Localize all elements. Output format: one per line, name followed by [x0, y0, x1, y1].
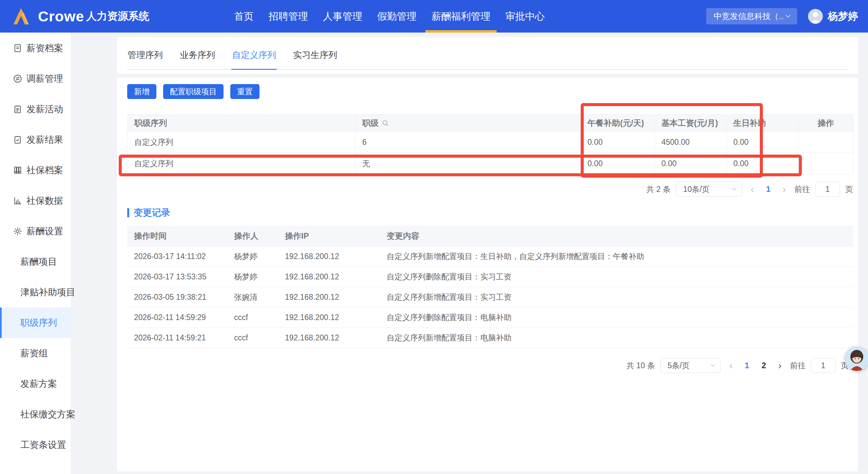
add-button[interactable]: 新增	[127, 84, 156, 99]
hr-system-screen: Crowe 人力资源系统 首页 招聘管理 人事管理 假勤管理 薪酬福利管理 审批…	[0, 0, 868, 474]
sidebar-subitem-label: 薪资组	[20, 347, 48, 359]
change-log-section-title: 变更记录	[127, 206, 170, 219]
crowe-logo-icon	[12, 7, 33, 25]
user-name[interactable]: 杨梦婷	[828, 0, 858, 33]
table-row[interactable]: 2026-03-17 14:11:02杨梦婷192.168.200.12自定义序…	[127, 246, 853, 266]
rank-table-header-row: 职级序列 职级 午餐补助(元/天) 基本工资(元/月) 生日补助 操作	[128, 115, 853, 132]
page-unit: 页	[845, 184, 853, 195]
sidebar-item-payroll-result[interactable]: 发薪结果	[0, 124, 71, 155]
user-avatar[interactable]	[808, 9, 823, 24]
goto-label: 前往	[790, 360, 806, 371]
table-row[interactable]: 自定义序列 无 0.00 0.00 0.00	[128, 153, 853, 174]
log-table-header-row: 操作时间 操作人 操作IP 变更内容	[127, 226, 853, 246]
sidebar-item-social-security-archive[interactable]: 社保档案	[0, 155, 71, 185]
next-page-button[interactable]: ›	[779, 182, 789, 197]
clipboard-check-icon	[13, 135, 22, 144]
sidebar-item-salary-items[interactable]: 薪酬项目	[0, 246, 71, 277]
sidebar-item-label: 调薪管理	[26, 73, 63, 85]
archive-binders-icon	[13, 165, 22, 175]
main-nav: 首页 招聘管理 人事管理 假勤管理 薪酬福利管理 审批中心	[227, 0, 552, 33]
nav-item-approval[interactable]: 审批中心	[498, 0, 552, 33]
sidebar-item-rank-sequence[interactable]: 职级序列	[0, 308, 71, 338]
section-title-bar	[127, 208, 129, 217]
total-count: 共 2 条	[646, 184, 671, 195]
tab-custom-sequence[interactable]: 自定义序列	[231, 49, 277, 69]
sidebar-item-payroll-activity[interactable]: 发薪活动	[0, 94, 71, 124]
table-row[interactable]: 2026-02-11 14:59:21cccf192.168.200.12自定义…	[127, 328, 853, 348]
page-number-input[interactable]	[815, 182, 840, 197]
sidebar-item-label: 薪资档案	[26, 42, 63, 54]
clipboard-list-icon	[13, 104, 22, 114]
tab-intern-sequence[interactable]: 实习生序列	[292, 49, 338, 69]
brand-name: Crowe	[38, 0, 84, 33]
chevron-down-icon	[710, 362, 716, 369]
sidebar-item-social-security-payment-plan[interactable]: 社保缴交方案	[0, 399, 71, 430]
page-number[interactable]: 2	[758, 361, 770, 370]
page-number[interactable]: 1	[741, 361, 753, 370]
sidebar-item-salary-adjustment[interactable]: 调薪管理	[0, 63, 71, 94]
sidebar-subitem-label: 工资条设置	[20, 439, 66, 451]
search-icon[interactable]	[381, 119, 389, 127]
sidebar-item-payroll-plan[interactable]: 发薪方案	[0, 369, 71, 399]
sidebar-item-payslip-settings[interactable]: 工资条设置	[0, 430, 71, 460]
page-size-select[interactable]: 10条/页	[676, 182, 742, 197]
sidebar-item-salary-group[interactable]: 薪资组	[0, 338, 71, 369]
prev-page-button[interactable]: ‹	[726, 358, 736, 373]
col-actions: 操作	[818, 118, 834, 127]
assistant-avatar[interactable]	[845, 347, 868, 371]
page-number-input[interactable]	[811, 358, 835, 373]
section-title-text: 变更记录	[134, 206, 170, 219]
col-base-salary: 基本工资(元/月)	[661, 118, 718, 127]
sidebar-item-salary-settings[interactable]: 薪酬设置	[0, 216, 71, 246]
content-card: 新增 配置职级项目 重置 职级序列 职级 午餐补助(元/天) 基本工资(元/月)…	[117, 78, 858, 471]
sidebar-item-label: 社保档案	[26, 164, 63, 176]
table-row[interactable]: 2026-02-11 14:59:29cccf192.168.200.12自定义…	[127, 307, 853, 328]
company-select-value: 中竞发信息科技（...	[714, 11, 784, 22]
goto-label: 前往	[794, 184, 810, 195]
company-select[interactable]: 中竞发信息科技（...	[706, 8, 797, 24]
rank-level-table: 职级序列 职级 午餐补助(元/天) 基本工资(元/月) 生日补助 操作 自定义序…	[127, 114, 853, 174]
bar-chart-icon	[13, 196, 22, 205]
sidebar-item-allowance-subsidy-items[interactable]: 津贴补助项目	[0, 277, 71, 308]
nav-item-compensation[interactable]: 薪酬福利管理	[424, 0, 498, 33]
prev-page-button[interactable]: ‹	[748, 182, 757, 197]
nav-item-personnel[interactable]: 人事管理	[315, 0, 370, 33]
next-page-button[interactable]: ›	[775, 358, 785, 373]
table-row[interactable]: 自定义序列 6 0.00 4500.00 0.00	[128, 132, 853, 153]
table-row[interactable]: 2026-03-05 19:38:21张婉清192.168.200.12自定义序…	[127, 287, 853, 307]
col-operation-ip: 操作IP	[285, 231, 309, 240]
exchange-circle-icon	[13, 74, 22, 83]
sidebar: 薪资档案 调薪管理 发薪活动 发薪结果 社保档案 社保数据 薪酬设置 薪酬项	[0, 33, 71, 474]
tab-management-sequence[interactable]: 管理序列	[127, 49, 163, 69]
chevron-up-icon	[57, 228, 64, 235]
file-document-icon	[13, 43, 22, 53]
nav-item-home[interactable]: 首页	[227, 0, 261, 33]
col-rank-sequence: 职级序列	[134, 118, 167, 127]
change-log-pagination: 共 10 条 5条/页 ‹ 1 2 › 前往 页	[127, 358, 849, 373]
configure-rank-items-button[interactable]: 配置职级项目	[163, 84, 224, 99]
assistant-avatar-icon	[845, 347, 868, 371]
rank-table-pagination: 共 2 条 10条/页 ‹ 1 › 前往 页	[127, 182, 853, 197]
nav-item-attendance[interactable]: 假勤管理	[370, 0, 424, 33]
sidebar-subitem-label: 薪酬项目	[20, 256, 57, 268]
sidebar-item-social-security-data[interactable]: 社保数据	[0, 185, 71, 216]
toolbar: 新增 配置职级项目 重置	[127, 84, 259, 99]
col-lunch-subsidy: 午餐补助(元/天)	[587, 118, 644, 127]
sidebar-subitem-label: 社保缴交方案	[20, 408, 75, 420]
col-rank: 职级	[362, 118, 379, 127]
page-size-select[interactable]: 5条/页	[660, 358, 721, 373]
page-number[interactable]: 1	[763, 184, 774, 194]
table-row[interactable]: 2026-03-17 13:53:35杨梦婷192.168.200.12自定义序…	[127, 266, 853, 287]
nav-item-recruitment[interactable]: 招聘管理	[261, 0, 315, 33]
total-count: 共 10 条	[626, 360, 655, 371]
top-navbar: Crowe 人力资源系统 首页 招聘管理 人事管理 假勤管理 薪酬福利管理 审批…	[0, 0, 868, 33]
reset-button[interactable]: 重置	[230, 84, 259, 99]
sidebar-item-label: 发薪结果	[26, 134, 63, 146]
gear-icon	[13, 226, 22, 236]
sidebar-subitem-label: 发薪方案	[20, 378, 57, 390]
sidebar-item-salary-archive[interactable]: 薪资档案	[0, 33, 71, 63]
person-icon	[808, 9, 823, 24]
col-change-content: 变更内容	[387, 231, 419, 240]
tab-business-sequence[interactable]: 业务序列	[179, 49, 216, 69]
sidebar-subitem-label: 津贴补助项目	[20, 286, 75, 298]
